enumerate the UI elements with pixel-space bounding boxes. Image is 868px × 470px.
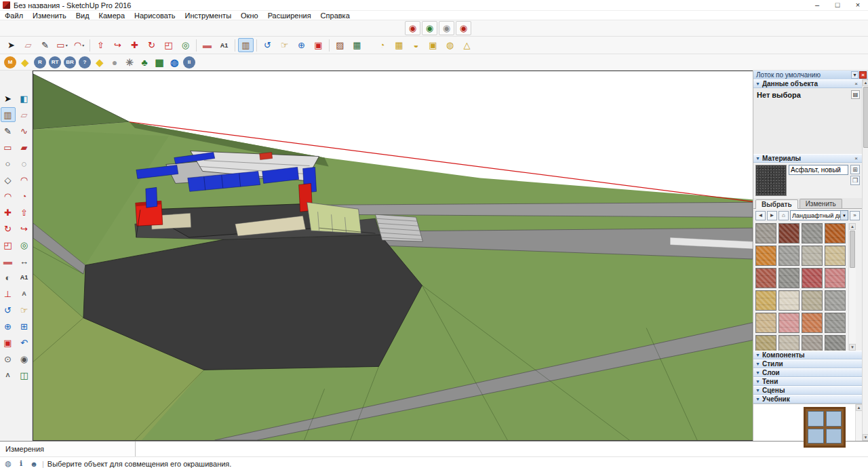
- select-tool-icon[interactable]: ➤: [3, 38, 19, 52]
- material-swatch[interactable]: [825, 313, 846, 333]
- scroll-down-icon[interactable]: ▼: [849, 344, 856, 351]
- walk-tool-icon[interactable]: Λ: [1, 368, 16, 383]
- tray-section-instructor[interactable]: ▼Учебник: [753, 395, 862, 404]
- materials-close-icon[interactable]: ×: [852, 155, 860, 162]
- active-material-preview[interactable]: [755, 165, 787, 196]
- material-swatch[interactable]: [755, 268, 776, 288]
- push-pull-tool-icon[interactable]: ⇧: [93, 38, 108, 52]
- instructor-scrollbar[interactable]: ▲: [855, 404, 862, 441]
- polygon-tool-icon[interactable]: ◇: [1, 172, 16, 187]
- geolocation-icon[interactable]: ◍: [3, 459, 13, 469]
- material-swatch[interactable]: [802, 223, 823, 243]
- user-icon[interactable]: ☻: [29, 459, 39, 469]
- rotate-tool-icon[interactable]: ↻: [1, 221, 16, 236]
- rotate-tool-icon[interactable]: ↻: [144, 38, 159, 52]
- 3d-text-tool-icon[interactable]: A: [17, 286, 32, 301]
- scale-tool-icon[interactable]: ◰: [1, 237, 16, 252]
- tape-measure-tool-icon[interactable]: ▬: [1, 254, 16, 269]
- paint-bucket-tool-icon[interactable]: ▥: [1, 107, 16, 122]
- rectangle-tool-icon[interactable]: ▭: [1, 140, 16, 155]
- menu-нарисовать[interactable]: Нарисовать: [130, 11, 180, 20]
- sandbox-from-contours-tool-icon[interactable]: ◔: [374, 38, 390, 52]
- material-swatch[interactable]: [755, 335, 776, 351]
- plugin-br-tool-icon[interactable]: BR: [64, 56, 76, 68]
- material-swatch[interactable]: [778, 290, 800, 311]
- tray-section-scenes[interactable]: ▼Сцены: [753, 386, 862, 395]
- sandbox-from-scratch-tool-icon[interactable]: ▦: [391, 38, 407, 52]
- freehand-tool-icon[interactable]: ∿: [17, 123, 32, 138]
- eraser-tool-icon[interactable]: ▱: [20, 38, 36, 52]
- menu-инструменты[interactable]: Инструменты: [180, 11, 236, 20]
- pan-tool-icon[interactable]: ☞: [277, 38, 292, 52]
- material-green-tool-icon[interactable]: ◉: [422, 21, 437, 35]
- line-tool-icon[interactable]: ✎: [37, 38, 53, 52]
- scroll-up-icon[interactable]: ▲: [863, 79, 868, 86]
- chevron-down-icon[interactable]: ▼: [840, 211, 848, 220]
- tray-scrollbar[interactable]: ▲ ▼: [862, 79, 868, 441]
- minimize-button[interactable]: –: [807, 0, 827, 10]
- close-button[interactable]: ×: [848, 0, 868, 10]
- material-swatch[interactable]: [825, 335, 846, 351]
- tray-autohide-pin-icon[interactable]: ▾: [851, 71, 859, 79]
- material-swatch[interactable]: [778, 223, 800, 243]
- material-swatch[interactable]: [755, 223, 776, 243]
- material-swatch[interactable]: [802, 290, 823, 311]
- material-red-tool-icon[interactable]: ◉: [405, 21, 420, 35]
- scroll-up-icon[interactable]: ▲: [849, 223, 856, 230]
- entity-info-header[interactable]: ▼ Данные объекта ×: [753, 79, 862, 88]
- plugin-r-tool-icon[interactable]: R: [34, 56, 46, 68]
- plugin-diamond2-tool-icon[interactable]: ◆: [94, 56, 106, 68]
- menu-камера[interactable]: Камера: [94, 11, 130, 20]
- pie-tool-icon[interactable]: ◔: [17, 189, 32, 203]
- plugin-rt-tool-icon[interactable]: RT: [49, 56, 61, 68]
- zoom-extents-tool-icon[interactable]: ▣: [1, 335, 16, 350]
- two-point-arc-tool-icon[interactable]: ◠: [1, 189, 16, 203]
- line-tool-icon[interactable]: ✎: [1, 123, 16, 138]
- make-component-tool-icon[interactable]: ◧: [17, 91, 32, 106]
- arc-tool-icon[interactable]: ◠: [17, 172, 32, 187]
- plugin-help-tool-icon[interactable]: ?: [79, 56, 91, 68]
- material-swatch[interactable]: [802, 313, 823, 333]
- tray-close-button[interactable]: ×: [859, 71, 867, 79]
- plugin-scatter-tool-icon[interactable]: ✳: [123, 56, 136, 68]
- plugin-pause-tool-icon[interactable]: II: [183, 56, 195, 68]
- instructor-preview[interactable]: [753, 404, 855, 441]
- materials-header[interactable]: ▼ Материалы ×: [753, 154, 862, 163]
- materials-browser-tool-icon[interactable]: ▨: [332, 38, 348, 52]
- move-tool-icon[interactable]: ✚: [127, 38, 142, 52]
- material-swatch[interactable]: [778, 313, 800, 333]
- plugin-globe-tool-icon[interactable]: ◍: [168, 56, 180, 68]
- offset-tool-icon[interactable]: ◎: [17, 237, 32, 252]
- offset-tool-icon[interactable]: ◎: [178, 38, 193, 52]
- plugin-diamond-tool-icon[interactable]: ◆: [19, 56, 31, 68]
- orbit-tool-icon[interactable]: ↺: [260, 38, 275, 52]
- scrollbar-thumb[interactable]: [850, 231, 855, 268]
- push-pull-tool-icon[interactable]: ⇧: [17, 205, 32, 220]
- material-swatch[interactable]: [755, 290, 776, 311]
- position-camera-tool-icon[interactable]: ⊙: [1, 351, 16, 366]
- collection-details-button[interactable]: »: [850, 211, 860, 220]
- circle-tool-icon[interactable]: ○: [1, 156, 16, 171]
- collection-dropdown[interactable]: Ландшафтный дизайн ▼: [790, 210, 848, 220]
- menu-изменить[interactable]: Изменить: [28, 11, 71, 20]
- section-plane-tool-icon[interactable]: ◫: [17, 368, 32, 383]
- follow-me-tool-icon[interactable]: ↪: [110, 38, 125, 52]
- menu-вид[interactable]: Вид: [71, 11, 94, 20]
- components-browser-tool-icon[interactable]: ▦: [349, 38, 365, 52]
- scroll-up-icon[interactable]: ▲: [856, 404, 863, 411]
- scrollbar-thumb[interactable]: [863, 87, 868, 148]
- entity-info-close-icon[interactable]: ×: [852, 80, 860, 87]
- tray-section-components[interactable]: ▼Компоненты: [753, 351, 862, 359]
- material-swatch[interactable]: [825, 246, 846, 266]
- orbit-tool-icon[interactable]: ↺: [1, 302, 16, 317]
- zoom-window-tool-icon[interactable]: ⊞: [17, 319, 32, 334]
- previous-view-tool-icon[interactable]: ↶: [17, 335, 32, 350]
- material-dark-red-tool-icon[interactable]: ◉: [456, 21, 471, 35]
- tray-section-layers[interactable]: ▼Слои: [753, 368, 862, 377]
- follow-me-tool-icon[interactable]: ↪: [17, 221, 32, 236]
- text-tool-icon[interactable]: A1: [17, 270, 32, 285]
- menu-расширения[interactable]: Расширения: [263, 11, 316, 20]
- shapes-tool-icon[interactable]: ▭▾: [54, 38, 70, 52]
- dimension-tool-icon[interactable]: ↔: [17, 254, 32, 269]
- credits-icon[interactable]: ℹ: [16, 459, 26, 469]
